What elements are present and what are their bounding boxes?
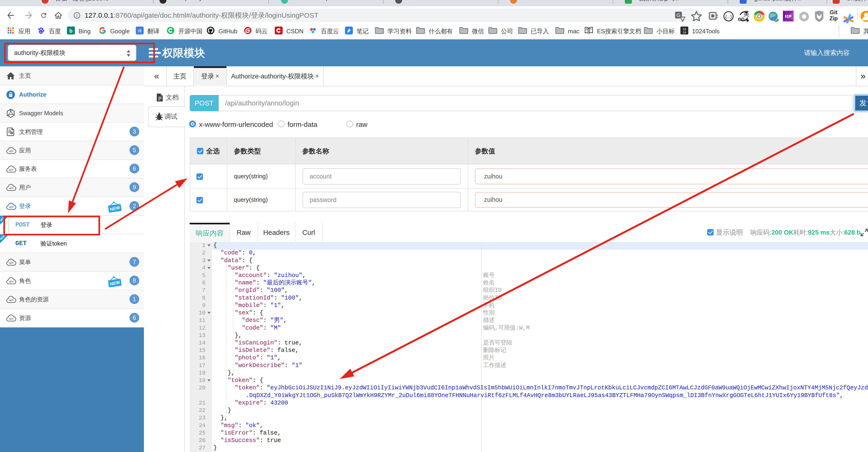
svg-text:API: API xyxy=(9,299,13,302)
svg-text:G: G xyxy=(677,12,681,18)
svg-text:{…}: {…} xyxy=(725,15,732,19)
svg-text:译: 译 xyxy=(137,28,142,33)
svg-text:API: API xyxy=(9,205,13,209)
svg-text:RP: RP xyxy=(785,14,792,19)
svg-text:24: 24 xyxy=(683,31,686,34)
svg-text:API: API xyxy=(9,187,13,190)
svg-text:A: A xyxy=(10,109,11,111)
svg-text:API: API xyxy=(9,280,13,283)
svg-text:du: du xyxy=(39,30,42,34)
svg-text:API: API xyxy=(9,261,13,265)
svg-text:API: API xyxy=(9,168,13,172)
svg-text:10: 10 xyxy=(683,27,686,31)
svg-text:API: API xyxy=(9,317,13,320)
svg-text:b: b xyxy=(69,28,72,34)
svg-text:API: API xyxy=(9,150,13,153)
